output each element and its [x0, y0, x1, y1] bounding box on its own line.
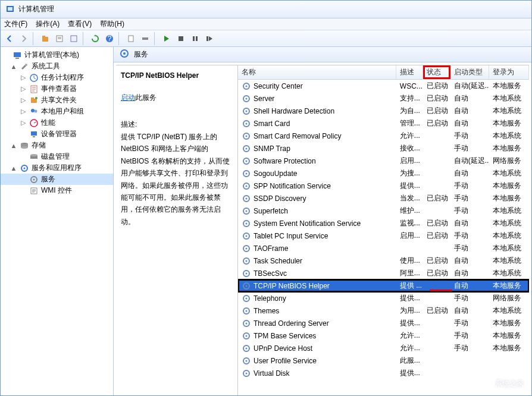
- menu-file[interactable]: 文件(F): [4, 19, 27, 29]
- twisty-icon[interactable]: ▷: [20, 74, 27, 81]
- connect-button[interactable]: [139, 32, 152, 45]
- service-desc: 提供...: [396, 293, 423, 303]
- service-row[interactable]: Server支持...已启动自动本地系统: [238, 92, 529, 105]
- tree-node-10[interactable]: ▲服务和应用程序: [1, 162, 113, 174]
- tree-label: 事件查看器: [41, 84, 77, 94]
- svg-point-52: [246, 147, 248, 149]
- service-name: Telephony: [254, 294, 286, 303]
- twisty-icon[interactable]: ▷: [20, 96, 27, 104]
- export-button[interactable]: [67, 32, 80, 45]
- restart-button[interactable]: [203, 32, 216, 45]
- service-row[interactable]: Virtual Disk提供...: [238, 367, 529, 379]
- service-row[interactable]: Themes为用...已启动自动本地系统: [238, 304, 529, 317]
- tree-node-5[interactable]: ▷本地用户和组: [1, 106, 113, 117]
- help-button[interactable]: ?: [103, 32, 116, 45]
- service-row[interactable]: Security CenterWSC...已启动自动(延迟...本地服务: [238, 80, 529, 92]
- service-state: 已启动: [423, 193, 450, 203]
- tree-node-3[interactable]: ▷事件查看器: [1, 83, 113, 95]
- nav-tree[interactable]: 计算机管理(本地)▲系统工具▷任务计划程序▷事件查看器▷共享文件夹▷本地用户和组…: [1, 47, 114, 395]
- tree-label: 设备管理器: [41, 129, 77, 139]
- menu-view[interactable]: 查看(V): [68, 19, 92, 29]
- service-row[interactable]: TAOFrame手动本地系统: [238, 242, 529, 254]
- twisty-icon[interactable]: ▲: [10, 142, 17, 149]
- svg-point-37: [33, 178, 35, 180]
- col-state[interactable]: 状态: [423, 65, 450, 79]
- svg-point-46: [246, 110, 248, 112]
- tree-node-0[interactable]: 计算机管理(本地): [1, 49, 113, 61]
- service-row[interactable]: UPnP Device Host允许...手动本地服务: [238, 342, 529, 354]
- toolbar: ?: [1, 30, 531, 47]
- col-start[interactable]: 启动类型: [450, 65, 489, 79]
- svg-point-68: [246, 247, 248, 249]
- tree-node-8[interactable]: ▲存储: [1, 140, 113, 151]
- tree-node-12[interactable]: WMI 控件: [1, 185, 113, 196]
- service-row[interactable]: Shell Hardware Detection为自...已启动自动本地系统: [238, 105, 529, 117]
- service-start: 手动: [450, 231, 489, 241]
- service-row[interactable]: SSDP Discovery当发...已启动手动本地服务: [238, 192, 529, 205]
- service-start: 手动: [450, 181, 489, 191]
- menu-action[interactable]: 操作(A): [36, 19, 60, 29]
- service-row[interactable]: System Event Notification Service监视...已启…: [238, 217, 529, 230]
- service-row[interactable]: Smart Card Removal Policy允许...手动本地系统: [238, 130, 529, 142]
- twisty-icon[interactable]: ▲: [10, 165, 17, 172]
- nav-back-button[interactable]: [3, 32, 16, 45]
- service-row[interactable]: User Profile Service此服...: [238, 354, 529, 367]
- service-row[interactable]: Tablet PC Input Service启用...已启动手动本地系统: [238, 230, 529, 242]
- twisty-icon[interactable]: ▷: [20, 119, 27, 127]
- toolbar-sep4: [154, 32, 158, 45]
- properties-button[interactable]: [53, 32, 66, 45]
- gear-icon: [242, 244, 251, 253]
- start-link[interactable]: 启动: [121, 93, 135, 102]
- service-row[interactable]: Telephony提供...手动网络服务: [238, 292, 529, 304]
- tree-node-1[interactable]: ▲系统工具: [1, 61, 113, 72]
- service-desc: 维护...: [396, 206, 423, 216]
- gear-icon: [29, 175, 39, 184]
- service-row[interactable]: TBSecSvc阿里...已启动自动本地系统: [238, 267, 529, 279]
- svg-rect-17: [15, 58, 19, 59]
- service-row[interactable]: TCP/IP NetBIOS Helper提供 ...自动本地服务: [238, 279, 529, 292]
- service-row[interactable]: SogouUpdate为搜...自动本地系统: [238, 167, 529, 180]
- service-row[interactable]: Software Protection启用...自动(延迟...网络服务: [238, 155, 529, 167]
- services-icon: [120, 49, 129, 60]
- stop-button[interactable]: [174, 32, 187, 45]
- service-row[interactable]: SPP Notification Service提供...手动本地服务: [238, 180, 529, 192]
- service-row[interactable]: Smart Card管理...已启动自动本地服务: [238, 117, 529, 130]
- svg-rect-14: [196, 36, 198, 41]
- twisty-icon[interactable]: ▷: [20, 85, 27, 93]
- tree-node-4[interactable]: ▷共享文件夹: [1, 95, 113, 106]
- window-title: 计算机管理: [18, 4, 54, 14]
- col-logon[interactable]: 登录为: [489, 65, 529, 79]
- pause-button[interactable]: [189, 32, 202, 45]
- tree-node-2[interactable]: ▷任务计划程序: [1, 72, 113, 83]
- props-button[interactable]: [124, 32, 137, 45]
- service-row[interactable]: Task Scheduler使用...已启动自动本地系统: [238, 254, 529, 267]
- gear-icon: [242, 369, 251, 378]
- nav-fwd-button[interactable]: [17, 32, 30, 45]
- tree-label: 服务: [41, 174, 55, 184]
- twisty-icon[interactable]: ▲: [10, 63, 17, 70]
- service-row[interactable]: SNMP Trap接收...手动本地服务: [238, 142, 529, 155]
- gear-icon: [242, 144, 251, 153]
- menu-help[interactable]: 帮助(H): [100, 19, 124, 29]
- col-name[interactable]: 名称: [238, 65, 396, 79]
- service-row[interactable]: TPM Base Services允许...手动本地服务: [238, 329, 529, 342]
- service-list[interactable]: 名称 描述 状态 启动类型 登录为 Security CenterWSC...已…: [238, 65, 529, 395]
- gear-icon: [242, 106, 251, 116]
- tree-node-9[interactable]: 磁盘管理: [1, 151, 113, 162]
- start-button[interactable]: [160, 32, 173, 45]
- tree-node-7[interactable]: 设备管理器: [1, 128, 113, 140]
- service-row[interactable]: Superfetch维护...手动本地系统: [238, 205, 529, 217]
- window: 计算机管理 文件(F) 操作(A) 查看(V) 帮助(H) ? 计算机管理(本地…: [0, 0, 532, 396]
- col-desc[interactable]: 描述: [396, 65, 423, 79]
- service-desc: 为用...: [396, 306, 423, 316]
- service-desc: 阿里...: [396, 268, 423, 278]
- svg-point-42: [246, 85, 248, 87]
- tree-node-11[interactable]: 服务: [1, 174, 113, 185]
- twisty-icon[interactable]: ▷: [20, 108, 27, 115]
- refresh-button[interactable]: [89, 32, 102, 45]
- tree-node-6[interactable]: ▷性能: [1, 117, 113, 128]
- svg-point-72: [246, 272, 248, 274]
- svcapp-icon: [20, 164, 29, 173]
- service-row[interactable]: Thread Ordering Server提供...手动本地服务: [238, 317, 529, 329]
- up-button[interactable]: [39, 32, 52, 45]
